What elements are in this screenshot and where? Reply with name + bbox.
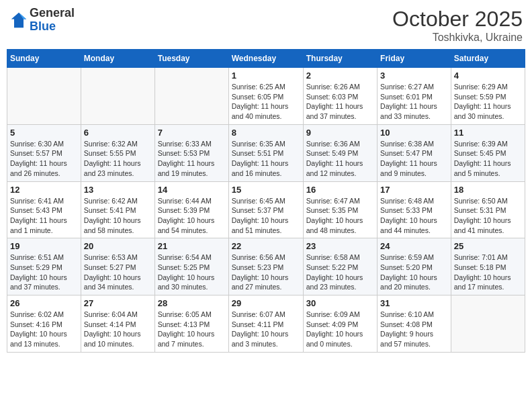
day-number: 5 xyxy=(10,128,78,138)
day-number: 23 xyxy=(306,241,374,251)
day-number: 30 xyxy=(306,298,374,308)
title-block: October 2025 Toshkivka, Ukraine xyxy=(392,7,523,44)
calendar-header-row: SundayMondayTuesdayWednesdayThursdayFrid… xyxy=(7,50,525,68)
day-info: Sunrise: 6:25 AMSunset: 6:05 PMDaylight:… xyxy=(232,82,300,122)
day-number: 24 xyxy=(380,241,448,251)
day-info: Sunrise: 6:04 AMSunset: 4:14 PMDaylight:… xyxy=(84,310,152,349)
calendar-cell: 14Sunrise: 6:44 AMSunset: 5:39 PMDayligh… xyxy=(154,181,228,238)
day-info: Sunrise: 6:38 AMSunset: 5:47 PMDaylight:… xyxy=(380,139,448,179)
day-number: 9 xyxy=(306,128,374,138)
calendar-cell: 22Sunrise: 6:56 AMSunset: 5:23 PMDayligh… xyxy=(228,238,303,295)
logo-icon xyxy=(9,11,28,30)
logo-general: General xyxy=(30,7,75,20)
calendar-cell: 17Sunrise: 6:48 AMSunset: 5:33 PMDayligh… xyxy=(378,181,451,238)
calendar-cell: 16Sunrise: 6:47 AMSunset: 5:35 PMDayligh… xyxy=(303,181,377,238)
day-number: 25 xyxy=(454,241,522,251)
calendar-cell: 20Sunrise: 6:53 AMSunset: 5:27 PMDayligh… xyxy=(81,238,154,295)
calendar-cell: 18Sunrise: 6:50 AMSunset: 5:31 PMDayligh… xyxy=(451,181,525,238)
calendar-cell: 3Sunrise: 6:27 AMSunset: 6:01 PMDaylight… xyxy=(378,68,451,125)
calendar-cell xyxy=(81,68,154,125)
day-number: 19 xyxy=(10,241,78,251)
page-header: General Blue October 2025 Toshkivka, Ukr… xyxy=(7,7,525,44)
day-number: 11 xyxy=(454,128,522,138)
day-info: Sunrise: 6:33 AMSunset: 5:53 PMDaylight:… xyxy=(158,139,226,179)
calendar-cell: 11Sunrise: 6:39 AMSunset: 5:45 PMDayligh… xyxy=(451,124,525,181)
calendar-cell: 6Sunrise: 6:32 AMSunset: 5:55 PMDaylight… xyxy=(81,124,154,181)
logo: General Blue xyxy=(9,7,75,34)
day-info: Sunrise: 6:36 AMSunset: 5:49 PMDaylight:… xyxy=(306,139,374,179)
day-number: 13 xyxy=(84,185,152,195)
week-row-4: 26Sunrise: 6:02 AMSunset: 4:16 PMDayligh… xyxy=(7,295,525,353)
day-info: Sunrise: 6:30 AMSunset: 5:57 PMDaylight:… xyxy=(10,139,78,179)
day-number: 12 xyxy=(10,185,78,195)
day-number: 8 xyxy=(232,128,300,138)
day-number: 7 xyxy=(158,128,226,138)
week-row-0: 1Sunrise: 6:25 AMSunset: 6:05 PMDaylight… xyxy=(7,68,525,125)
day-info: Sunrise: 6:26 AMSunset: 6:03 PMDaylight:… xyxy=(306,82,374,122)
calendar-cell: 5Sunrise: 6:30 AMSunset: 5:57 PMDaylight… xyxy=(7,124,81,181)
calendar-cell: 2Sunrise: 6:26 AMSunset: 6:03 PMDaylight… xyxy=(303,68,377,125)
day-info: Sunrise: 6:56 AMSunset: 5:23 PMDaylight:… xyxy=(232,253,300,292)
calendar-cell: 28Sunrise: 6:05 AMSunset: 4:13 PMDayligh… xyxy=(154,295,228,353)
day-info: Sunrise: 6:45 AMSunset: 5:37 PMDaylight:… xyxy=(232,196,300,236)
day-info: Sunrise: 6:48 AMSunset: 5:33 PMDaylight:… xyxy=(380,196,448,236)
day-number: 4 xyxy=(454,71,522,81)
calendar-cell: 9Sunrise: 6:36 AMSunset: 5:49 PMDaylight… xyxy=(303,124,377,181)
day-info: Sunrise: 6:59 AMSunset: 5:20 PMDaylight:… xyxy=(380,253,448,292)
logo-blue: Blue xyxy=(30,20,75,34)
header-saturday: Saturday xyxy=(451,50,525,68)
day-info: Sunrise: 6:53 AMSunset: 5:27 PMDaylight:… xyxy=(84,253,152,292)
calendar-cell: 24Sunrise: 6:59 AMSunset: 5:20 PMDayligh… xyxy=(378,238,451,295)
calendar-cell: 29Sunrise: 6:07 AMSunset: 4:11 PMDayligh… xyxy=(228,295,303,353)
calendar-cell: 7Sunrise: 6:33 AMSunset: 5:53 PMDaylight… xyxy=(154,124,228,181)
calendar-cell: 10Sunrise: 6:38 AMSunset: 5:47 PMDayligh… xyxy=(378,124,451,181)
calendar-cell: 12Sunrise: 6:41 AMSunset: 5:43 PMDayligh… xyxy=(7,181,81,238)
day-info: Sunrise: 6:27 AMSunset: 6:01 PMDaylight:… xyxy=(380,82,448,122)
day-info: Sunrise: 6:58 AMSunset: 5:22 PMDaylight:… xyxy=(306,253,374,292)
day-number: 22 xyxy=(232,241,300,251)
day-number: 10 xyxy=(380,128,448,138)
day-number: 20 xyxy=(84,241,152,251)
header-sunday: Sunday xyxy=(7,50,81,68)
header-monday: Monday xyxy=(81,50,154,68)
month-title: October 2025 xyxy=(392,7,523,32)
day-number: 27 xyxy=(84,298,152,308)
day-number: 3 xyxy=(380,71,448,81)
day-number: 2 xyxy=(306,71,374,81)
header-wednesday: Wednesday xyxy=(228,50,303,68)
calendar-cell: 15Sunrise: 6:45 AMSunset: 5:37 PMDayligh… xyxy=(228,181,303,238)
calendar: SundayMondayTuesdayWednesdayThursdayFrid… xyxy=(7,49,525,353)
header-tuesday: Tuesday xyxy=(154,50,228,68)
day-info: Sunrise: 6:42 AMSunset: 5:41 PMDaylight:… xyxy=(84,196,152,236)
week-row-3: 19Sunrise: 6:51 AMSunset: 5:29 PMDayligh… xyxy=(7,238,525,295)
day-number: 21 xyxy=(158,241,226,251)
day-number: 29 xyxy=(232,298,300,308)
day-number: 6 xyxy=(84,128,152,138)
day-info: Sunrise: 6:39 AMSunset: 5:45 PMDaylight:… xyxy=(454,139,522,179)
day-info: Sunrise: 6:07 AMSunset: 4:11 PMDaylight:… xyxy=(232,310,300,349)
calendar-cell: 4Sunrise: 6:29 AMSunset: 5:59 PMDaylight… xyxy=(451,68,525,125)
day-info: Sunrise: 6:32 AMSunset: 5:55 PMDaylight:… xyxy=(84,139,152,179)
day-number: 28 xyxy=(158,298,226,308)
calendar-cell: 19Sunrise: 6:51 AMSunset: 5:29 PMDayligh… xyxy=(7,238,81,295)
day-number: 14 xyxy=(158,185,226,195)
day-info: Sunrise: 6:44 AMSunset: 5:39 PMDaylight:… xyxy=(158,196,226,236)
calendar-cell: 8Sunrise: 6:35 AMSunset: 5:51 PMDaylight… xyxy=(228,124,303,181)
day-number: 16 xyxy=(306,185,374,195)
calendar-cell: 31Sunrise: 6:10 AMSunset: 4:08 PMDayligh… xyxy=(378,295,451,353)
day-info: Sunrise: 6:54 AMSunset: 5:25 PMDaylight:… xyxy=(158,253,226,292)
day-number: 18 xyxy=(454,185,522,195)
week-row-2: 12Sunrise: 6:41 AMSunset: 5:43 PMDayligh… xyxy=(7,181,525,238)
header-thursday: Thursday xyxy=(303,50,377,68)
day-number: 17 xyxy=(380,185,448,195)
day-info: Sunrise: 6:50 AMSunset: 5:31 PMDaylight:… xyxy=(454,196,522,236)
day-info: Sunrise: 6:02 AMSunset: 4:16 PMDaylight:… xyxy=(10,310,78,349)
day-info: Sunrise: 6:51 AMSunset: 5:29 PMDaylight:… xyxy=(10,253,78,292)
day-number: 31 xyxy=(380,298,448,308)
location-title: Toshkivka, Ukraine xyxy=(392,32,523,44)
day-info: Sunrise: 6:41 AMSunset: 5:43 PMDaylight:… xyxy=(10,196,78,236)
day-info: Sunrise: 6:35 AMSunset: 5:51 PMDaylight:… xyxy=(232,139,300,179)
day-info: Sunrise: 6:29 AMSunset: 5:59 PMDaylight:… xyxy=(454,82,522,122)
calendar-cell: 1Sunrise: 6:25 AMSunset: 6:05 PMDaylight… xyxy=(228,68,303,125)
header-friday: Friday xyxy=(378,50,451,68)
